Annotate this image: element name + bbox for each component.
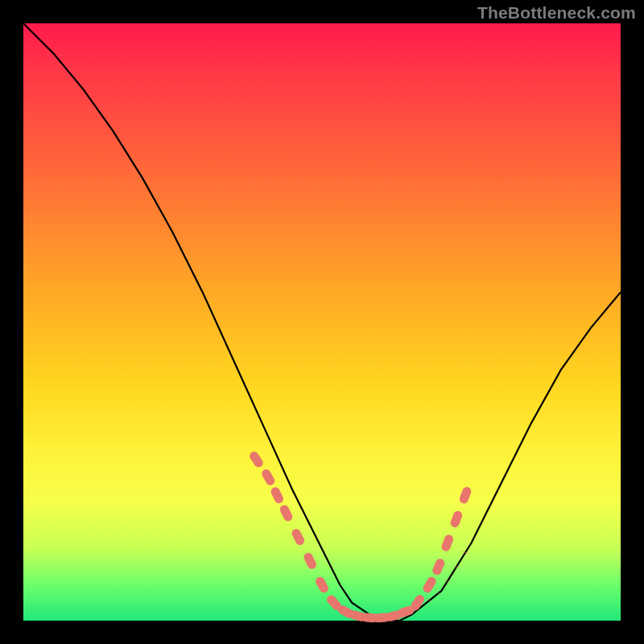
chart-frame: TheBottleneck.com xyxy=(0,0,644,644)
watermark-text: TheBottleneck.com xyxy=(477,3,636,23)
marker-pill xyxy=(279,504,294,523)
curve-path xyxy=(23,23,621,621)
bottleneck-curve xyxy=(23,23,621,621)
marker-pill xyxy=(270,485,285,505)
marker-pill xyxy=(431,557,446,576)
marker-pill xyxy=(314,576,330,595)
marker-pill xyxy=(248,450,265,469)
data-markers xyxy=(248,450,473,623)
chart-svg xyxy=(23,23,621,621)
marker-pill xyxy=(303,551,318,571)
marker-pill xyxy=(440,534,455,553)
marker-pill xyxy=(291,527,306,547)
marker-pill xyxy=(458,485,473,505)
marker-pill xyxy=(449,510,464,529)
marker-pill xyxy=(260,468,276,487)
marker-pill xyxy=(422,576,438,595)
curve-hash-ticks xyxy=(427,551,469,603)
